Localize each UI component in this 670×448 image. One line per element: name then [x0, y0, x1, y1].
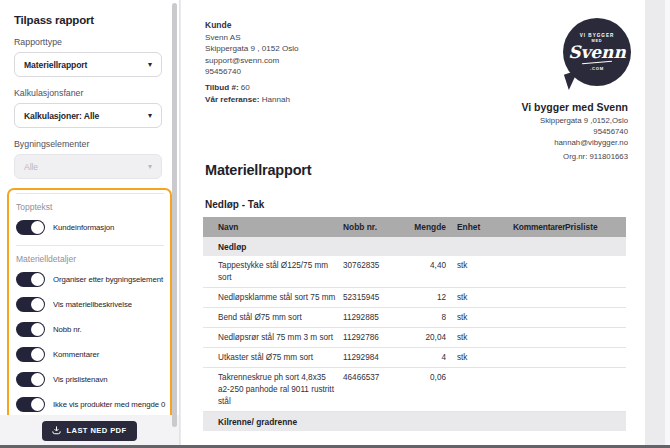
toggle-knob	[31, 323, 44, 336]
toggle-show-price-list-name[interactable]: Vis prislistenavn	[16, 372, 164, 387]
report-page: Kunde Svenn AS Skippergata 9 , 0152 Oslo…	[181, 0, 645, 446]
logo-wordmark: Svenn	[568, 43, 626, 61]
chevron-down-icon: ▾	[148, 61, 152, 69]
cell-unit: stk	[457, 312, 513, 324]
header-text-heading: Topptekst	[16, 202, 164, 212]
material-details-heading: Materielldetaljer	[16, 254, 164, 264]
report-type-label: Rapporttype	[14, 37, 161, 47]
calculation-tabs-select[interactable]: Kalkulasjoner: Alle ▾	[14, 103, 162, 128]
toggle-switch[interactable]	[16, 297, 45, 312]
cell-quantity: 12	[413, 292, 446, 304]
cell-quantity: 0,06	[413, 372, 446, 408]
cell-comments	[513, 352, 565, 364]
cell-pricelist	[565, 312, 626, 324]
cell-unit: stk	[457, 352, 513, 364]
cell-name: Utkaster stål Ø75 mm sort	[218, 352, 343, 364]
chevron-down-icon: ▾	[148, 163, 152, 171]
offer-meta-block: Tilbud #: 60 Vår referanse: Hannah	[205, 82, 290, 106]
toggle-switch[interactable]	[16, 322, 45, 337]
customer-heading: Kunde	[205, 20, 299, 30]
cell-comments	[513, 260, 565, 284]
toggle-nobb-number[interactable]: Nobb nr.	[16, 322, 164, 337]
table-row: Nedløpsrør stål 75 mm 3 m sort 11292786 …	[203, 328, 626, 348]
col-header-name: Navn	[218, 222, 343, 232]
cell-unit	[457, 372, 513, 408]
toggle-show-material-description[interactable]: Vis materiellbeskrivelse	[16, 297, 164, 312]
cell-unit: stk	[457, 332, 513, 344]
toggle-switch[interactable]	[16, 347, 45, 362]
cell-comments	[513, 332, 565, 344]
cell-nobb: 11292984	[343, 352, 413, 364]
toggle-knob	[31, 273, 44, 286]
toggle-switch[interactable]	[16, 220, 45, 235]
calculation-tabs-value: Kalkulasjoner: Alle	[24, 111, 99, 121]
col-header-comments: Kommentarer	[513, 222, 565, 232]
toggle-comments[interactable]: Kommentarer	[16, 347, 164, 362]
toggle-switch[interactable]	[16, 372, 45, 387]
cell-pricelist	[565, 332, 626, 344]
col-gap	[446, 372, 457, 408]
toggle-switch[interactable]	[16, 397, 45, 412]
cell-nobb: 30762835	[343, 260, 413, 284]
cell-pricelist	[565, 372, 626, 408]
cell-nobb: 11292885	[343, 312, 413, 324]
sidebar-footer: LAST NED PDF	[0, 415, 179, 446]
material-table: Navn Nobb nr. Mengde Enhet Kommentarer P…	[203, 217, 626, 431]
col-gap	[446, 312, 457, 324]
cell-unit: stk	[457, 260, 513, 284]
cell-name: Tappestykke stål Ø125/75 mm sort	[218, 260, 343, 284]
table-row: Takrenneskrue ph sort 4,8x35 a2-250 panh…	[203, 368, 626, 412]
toggle-organize-by-building-element[interactable]: Organiser etter bygningselement	[16, 272, 164, 287]
sidebar-customize-report: Tilpass rapport Rapporttype Materiellrap…	[0, 0, 180, 448]
report-title: Materiellrapport	[205, 162, 311, 178]
report-type-select[interactable]: Materiellrapport ▾	[14, 52, 162, 77]
col-gap	[446, 292, 457, 304]
our-reference-label: Vår referanse:	[205, 95, 259, 104]
col-gap	[446, 260, 457, 284]
company-block: Vi bygger med Svenn Skippergata 9 ,0152,…	[521, 101, 628, 161]
customize-report-screen: Tilpass rapport Rapporttype Materiellrap…	[0, 0, 670, 448]
toggle-knob	[31, 348, 44, 361]
logo-circle: VI BYGGER MED Svenn .COM	[563, 18, 631, 86]
building-elements-label: Bygningselementer	[14, 139, 161, 149]
toggle-hide-zero-quantity-products[interactable]: Ikke vis produkter med mengde 0	[16, 397, 164, 412]
sidebar-title: Tilpass rapport	[14, 14, 161, 26]
col-gap	[446, 332, 457, 344]
sidebar-scrollbar[interactable]	[172, 3, 177, 427]
company-phone: 95456740	[521, 127, 628, 138]
cell-name: Nedløpsklamme stål sort 75 mm	[218, 292, 343, 304]
logo-com-text: .COM	[590, 66, 604, 71]
cell-name: Nedløpsrør stål 75 mm 3 m sort	[218, 332, 343, 344]
cell-nobb: 46466537	[343, 372, 413, 408]
table-group-row: Kilrenne/ gradrenne	[203, 412, 626, 431]
toggle-label: Vis materiellbeskrivelse	[53, 300, 132, 309]
table-row: Utkaster stål Ø75 mm sort 11292984 4 stk	[203, 348, 626, 368]
report-type-value: Materiellrapport	[24, 60, 87, 70]
cell-name: Takrenneskrue ph sort 4,8x35 a2-250 panh…	[218, 372, 343, 408]
cell-comments	[513, 372, 565, 408]
toggle-label: Ikke vis produkter med mengde 0	[53, 400, 165, 409]
col-header-unit: Enhet	[457, 222, 513, 232]
table-header-row: Navn Nobb nr. Mengde Enhet Kommentarer P…	[203, 217, 626, 237]
customer-email: support@svenn.com	[205, 55, 299, 66]
cell-quantity: 20,04	[413, 332, 446, 344]
divider	[16, 193, 164, 194]
download-pdf-label: LAST NED PDF	[66, 426, 126, 435]
our-reference-value: Hannah	[262, 95, 290, 104]
customer-phone: 95456740	[205, 66, 299, 77]
company-org-number: Org.nr: 911801663	[521, 152, 628, 161]
toggle-knob	[31, 298, 44, 311]
toggle-knob	[31, 373, 44, 386]
divider	[16, 245, 164, 246]
toggle-label: Nobb nr.	[53, 325, 82, 334]
download-pdf-button[interactable]: LAST NED PDF	[42, 421, 136, 441]
toggle-switch[interactable]	[16, 272, 45, 287]
toggle-customer-info[interactable]: Kundeinformasjon	[16, 220, 164, 235]
toggle-label: Kommentarer	[53, 350, 99, 359]
toggle-knob	[31, 221, 44, 234]
download-icon	[52, 426, 61, 435]
cell-quantity: 8	[413, 312, 446, 324]
col-gap	[446, 352, 457, 364]
cell-pricelist	[565, 352, 626, 364]
calculation-tabs-label: Kalkulasjonsfaner	[14, 88, 161, 98]
